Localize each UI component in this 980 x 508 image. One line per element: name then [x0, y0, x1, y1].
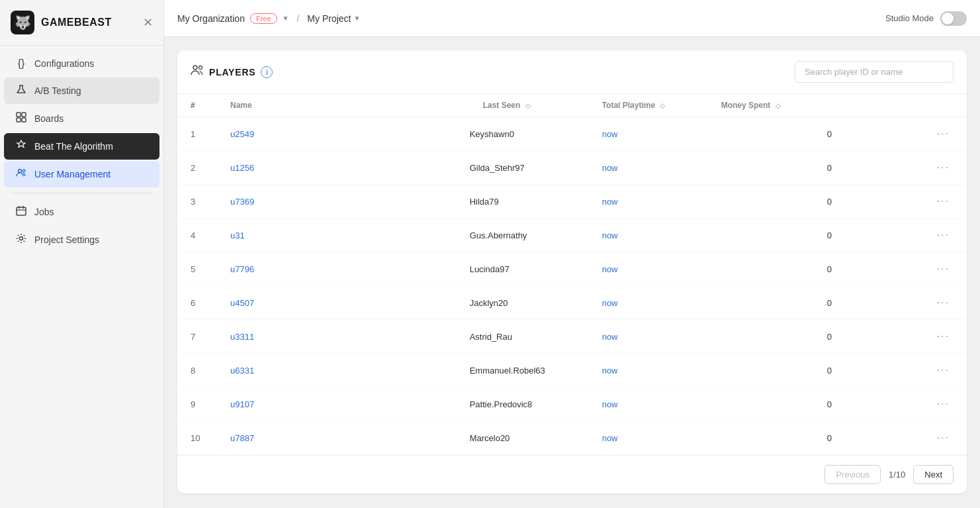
sidebar-item-ab-testing[interactable]: A/B Testing — [4, 77, 159, 104]
svg-rect-9 — [17, 207, 26, 215]
row-menu-button[interactable]: ··· — [933, 228, 954, 242]
user-id-link[interactable]: u7369 — [230, 197, 254, 207]
svg-rect-5 — [17, 118, 21, 122]
row-name: Astrid_Rau — [470, 320, 589, 354]
topbar-right: Studio Mode — [885, 11, 967, 26]
row-money-spent: 0 — [814, 219, 920, 252]
svg-point-14 — [193, 66, 197, 70]
row-num: 5 — [177, 252, 217, 286]
info-icon[interactable]: i — [261, 66, 273, 78]
row-actions: ··· — [920, 320, 967, 354]
main-area: My Organization Free ▼ / My Project ▼ St… — [164, 0, 980, 508]
row-money-spent: 0 — [814, 421, 920, 455]
sidebar-item-label: User Management — [34, 169, 111, 179]
col-header-last-seen[interactable]: Last Seen ◇ — [470, 94, 589, 117]
col-header-money-spent[interactable]: Money Spent ◇ — [708, 94, 814, 117]
user-id-link[interactable]: u31 — [230, 230, 245, 240]
row-num: 2 — [177, 151, 217, 185]
players-icon — [191, 64, 204, 80]
row-money-spent: 0 — [814, 320, 920, 354]
sidebar-nav: {} Configurations A/B Testing Bo — [0, 46, 163, 508]
row-menu-button[interactable]: ··· — [933, 431, 954, 445]
row-actions: ··· — [920, 219, 967, 252]
row-id: u7369 — [217, 185, 470, 219]
table-row: 1 u2549 Keyshawn0 now 0 ··· — [177, 117, 967, 151]
row-menu-button[interactable]: ··· — [933, 329, 954, 344]
user-id-link[interactable]: u7796 — [230, 264, 254, 274]
sidebar-item-configurations[interactable]: {} Configurations — [4, 51, 159, 76]
row-menu-button[interactable]: ··· — [933, 262, 954, 276]
table-row: 7 u3311 Astrid_Rau now 0 ··· — [177, 320, 967, 354]
logo-area: 🐺 GAMEBEAST ✕ — [0, 0, 163, 46]
row-money-spent: 0 — [814, 252, 920, 286]
row-menu-button[interactable]: ··· — [933, 194, 954, 209]
search-input[interactable] — [795, 61, 954, 83]
previous-button[interactable]: Previous — [824, 465, 881, 484]
pin-icon[interactable]: ✕ — [143, 15, 153, 30]
row-id: u7887 — [217, 421, 470, 455]
row-playtime — [708, 117, 814, 151]
row-actions: ··· — [920, 387, 967, 421]
page-info: 1/10 — [886, 470, 908, 480]
row-menu-button[interactable]: ··· — [933, 160, 954, 175]
col-header-playtime[interactable]: Total Playtime ◇ — [589, 94, 708, 117]
col-header-actions — [814, 94, 920, 117]
studio-mode-label: Studio Mode — [885, 13, 934, 23]
org-chevron-icon: ▼ — [283, 15, 289, 22]
row-id: u6331 — [217, 354, 470, 387]
user-id-link[interactable]: u3311 — [230, 332, 254, 342]
sidebar-item-project-settings[interactable]: Project Settings — [4, 227, 159, 253]
svg-rect-4 — [22, 113, 26, 117]
row-name: Jacklyn20 — [470, 286, 589, 320]
table-row: 6 u4507 Jacklyn20 now 0 ··· — [177, 286, 967, 320]
row-playtime — [708, 354, 814, 387]
user-id-link[interactable]: u1256 — [230, 163, 254, 173]
row-last-seen: now — [589, 320, 708, 354]
org-plan-badge: Free — [250, 13, 277, 24]
sidebar-item-user-management[interactable]: User Management — [4, 161, 159, 187]
topbar: My Organization Free ▼ / My Project ▼ St… — [164, 0, 980, 37]
project-selector[interactable]: My Project ▼ — [307, 13, 360, 24]
players-title-row: PLAYERS i — [191, 64, 273, 80]
row-menu-button[interactable]: ··· — [933, 363, 954, 378]
row-num: 6 — [177, 286, 217, 320]
row-menu-button[interactable]: ··· — [933, 127, 954, 141]
row-playtime — [708, 286, 814, 320]
user-id-link[interactable]: u2549 — [230, 129, 254, 139]
row-playtime — [708, 151, 814, 185]
table-row: 8 u6331 Emmanuel.Robel63 now 0 ··· — [177, 354, 967, 387]
row-actions: ··· — [920, 185, 967, 219]
sidebar-item-label: Project Settings — [34, 234, 99, 245]
project-name: My Project — [307, 13, 351, 24]
players-header: PLAYERS i — [177, 50, 967, 94]
row-money-spent: 0 — [814, 387, 920, 421]
row-playtime — [708, 421, 814, 455]
sidebar-divider — [11, 193, 153, 193]
players-table: # Name Last Seen ◇ Total Playtime ◇ — [177, 94, 967, 455]
studio-mode-toggle[interactable] — [940, 11, 967, 26]
table-row: 4 u31 Gus.Abernathy now 0 ··· — [177, 219, 967, 252]
sidebar-item-jobs[interactable]: Jobs — [4, 199, 159, 225]
row-num: 4 — [177, 219, 217, 252]
row-name: Keyshawn0 — [470, 117, 589, 151]
user-id-link[interactable]: u9107 — [230, 399, 254, 409]
row-menu-button[interactable]: ··· — [933, 397, 954, 411]
table-row: 10 u7887 Marcelo20 now 0 ··· — [177, 421, 967, 455]
row-playtime — [708, 320, 814, 354]
next-button[interactable]: Next — [913, 465, 954, 484]
sidebar-item-boards[interactable]: Boards — [4, 105, 159, 132]
sidebar-item-label: Boards — [34, 113, 64, 124]
content-area: PLAYERS i # Name Last Seen ◇ — [164, 37, 980, 508]
user-id-link[interactable]: u6331 — [230, 366, 254, 376]
sidebar-item-beat-algorithm[interactable]: Beat The Algorithm — [4, 133, 159, 160]
table-row: 9 u9107 Pattie.Predovic8 now 0 ··· — [177, 387, 967, 421]
row-id: u1256 — [217, 151, 470, 185]
svg-text:🐺: 🐺 — [15, 15, 31, 30]
user-id-link[interactable]: u4507 — [230, 298, 254, 308]
user-id-link[interactable]: u7887 — [230, 433, 254, 443]
row-menu-button[interactable]: ··· — [933, 295, 954, 310]
row-money-spent: 0 — [814, 286, 920, 320]
row-name: Gilda_Stehr97 — [470, 151, 589, 185]
org-name[interactable]: My Organization — [177, 13, 245, 24]
players-panel: PLAYERS i # Name Last Seen ◇ — [177, 50, 967, 493]
